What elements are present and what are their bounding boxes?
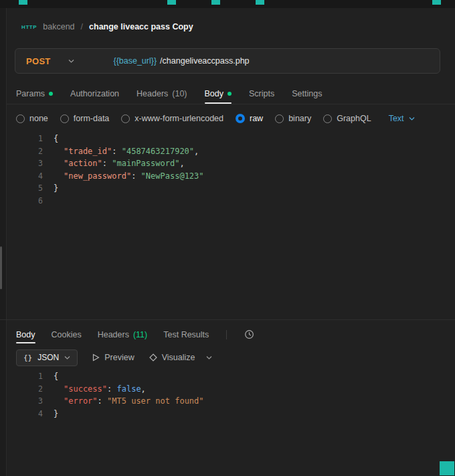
code-text: { <box>54 370 58 383</box>
bodytype-raw[interactable]: raw <box>236 114 263 123</box>
code-text: "new_password": "NewPass@123" <box>54 170 204 183</box>
params-content-dot <box>49 92 53 96</box>
method-label: POST <box>26 56 51 66</box>
code-line: 2 "trade_id": "4587463217920", <box>7 145 455 158</box>
code-line: 4 "new_password": "NewPass@123" <box>7 170 455 183</box>
bodytype-none[interactable]: none <box>16 114 48 123</box>
code-line: 1 { <box>7 370 455 383</box>
line-number: 1 <box>7 133 54 145</box>
code-text: "trade_id": "4587463217920", <box>54 145 199 158</box>
response-tabs: Body Cookies Headers (11) Test Results <box>16 325 254 343</box>
left-sidebar-rail <box>0 8 7 476</box>
code-line: 1 { <box>7 133 455 145</box>
response-view-options[interactable] <box>206 356 212 360</box>
bodytype-binary[interactable]: binary <box>275 114 311 123</box>
code-text: } <box>54 182 58 195</box>
line-number: 1 <box>7 370 54 383</box>
url-path: /changeliveaccpass.php <box>160 56 249 66</box>
response-tab-body[interactable]: Body <box>16 325 35 343</box>
vertical-separator <box>226 330 227 339</box>
tab-indicator[interactable] <box>256 0 264 5</box>
tab-scripts[interactable]: Scripts <box>249 83 274 104</box>
line-number: 4 <box>7 408 54 420</box>
request-tabs: Params Authorization Headers (10) Body S… <box>16 83 455 104</box>
response-tab-headers[interactable]: Headers (11) <box>98 325 148 343</box>
chevron-down-icon <box>68 60 74 63</box>
radio-icon <box>323 114 332 123</box>
line-number: 3 <box>7 395 54 408</box>
method-select[interactable]: POST <box>15 56 85 66</box>
request-title[interactable]: change liveacc pass Copy <box>89 22 193 31</box>
response-headers-count: (11) <box>133 330 147 339</box>
preview-button[interactable]: Preview <box>92 353 134 362</box>
play-outline-icon <box>92 353 100 362</box>
bodytype-form-data[interactable]: form-data <box>60 114 110 123</box>
radio-icon <box>121 114 130 123</box>
body-type-selector: none form-data x-www-form-urlencoded raw… <box>16 107 415 130</box>
response-history-button[interactable] <box>244 325 254 343</box>
bodytype-urlencoded[interactable]: x-www-form-urlencoded <box>121 114 223 123</box>
code-text: "action": "mainPassword", <box>54 157 185 170</box>
visualize-button[interactable]: Visualize <box>149 353 195 362</box>
tab-authorization[interactable]: Authorization <box>70 83 119 104</box>
postman-window: HTTP bakcend / change liveacc pass Copy … <box>0 0 455 476</box>
radio-icon <box>60 114 69 123</box>
breadcrumb: HTTP bakcend / change liveacc pass Copy <box>21 20 193 33</box>
code-line: 5 } <box>7 182 455 195</box>
tab-indicator[interactable] <box>19 0 27 5</box>
visualize-diamond-icon <box>149 353 157 362</box>
history-clock-icon <box>244 329 254 339</box>
line-number: 4 <box>7 170 54 183</box>
line-number: 6 <box>7 195 54 208</box>
tabs-divider <box>7 104 455 104</box>
response-tab-cookies[interactable]: Cookies <box>52 325 82 343</box>
line-number: 2 <box>7 145 54 158</box>
bodytype-graphql[interactable]: GraphQL <box>323 114 371 123</box>
url-input[interactable]: {{base_url}}/changeliveaccpass.php <box>100 47 250 75</box>
breadcrumb-separator: / <box>81 22 83 31</box>
raw-language-select[interactable]: Text <box>389 114 415 123</box>
response-format-select[interactable]: {} JSON <box>16 349 78 366</box>
body-content-dot <box>227 92 232 96</box>
code-text: } <box>54 408 58 420</box>
response-section-divider <box>0 319 455 320</box>
braces-icon: {} <box>23 353 32 362</box>
tab-indicator[interactable] <box>167 0 176 5</box>
url-variable: {{base_url}} <box>113 56 157 66</box>
radio-icon <box>275 114 284 123</box>
tab-headers[interactable]: Headers (10) <box>136 83 187 104</box>
code-line: 2 "success": false, <box>7 383 455 396</box>
response-body-viewer[interactable]: 1 { 2 "success": false, 3 "error": "MT5 … <box>7 370 455 451</box>
line-number: 5 <box>7 182 54 195</box>
radio-icon <box>16 114 25 123</box>
code-line: 4 } <box>7 408 455 420</box>
response-tab-test-results[interactable]: Test Results <box>163 325 209 343</box>
tab-settings[interactable]: Settings <box>292 83 322 104</box>
line-number: 3 <box>7 157 54 170</box>
tab-body[interactable]: Body <box>205 83 232 104</box>
vertical-scrollbar[interactable] <box>0 246 2 289</box>
headers-count: (10) <box>172 89 187 98</box>
radio-selected-icon <box>236 114 245 123</box>
response-toolbar: {} JSON Preview Visualize <box>16 349 212 366</box>
corner-accent <box>440 461 454 475</box>
tab-indicator[interactable] <box>432 0 441 5</box>
request-body-editor[interactable]: 1 { 2 "trade_id": "4587463217920", 3 "ac… <box>7 133 455 319</box>
code-line: 6 <box>7 195 455 208</box>
request-url-bar: POST {{base_url}}/changeliveaccpass.php <box>15 48 440 74</box>
code-text: { <box>54 133 58 145</box>
window-topbar <box>0 0 455 8</box>
tab-params[interactable]: Params <box>16 83 53 104</box>
breadcrumb-collection[interactable]: bakcend <box>43 22 74 31</box>
code-text: "error": "MT5 user not found" <box>54 395 204 408</box>
chevron-down-icon <box>409 117 415 121</box>
chevron-down-icon <box>64 356 70 360</box>
code-line: 3 "error": "MT5 user not found" <box>7 395 455 408</box>
chevron-down-icon <box>206 356 212 360</box>
http-collection-icon: HTTP <box>21 23 37 30</box>
line-number: 2 <box>7 383 54 396</box>
code-text: "success": false, <box>54 383 146 396</box>
code-line: 3 "action": "mainPassword", <box>7 157 455 170</box>
tab-indicator[interactable] <box>211 0 220 5</box>
